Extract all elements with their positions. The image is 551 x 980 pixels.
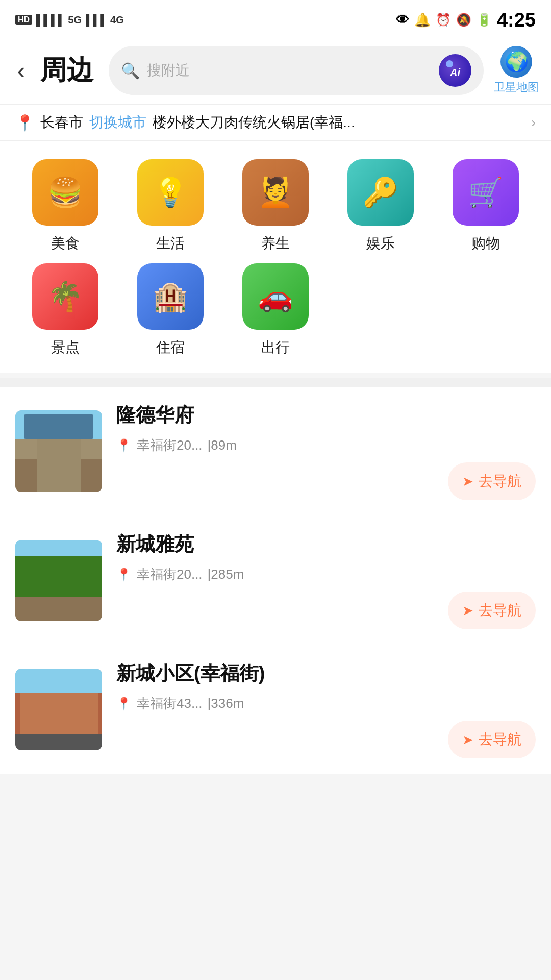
- scenic-label: 景点: [51, 338, 80, 357]
- current-location: 楼外楼大刀肉传统火锅居(幸福...: [153, 113, 525, 132]
- category-health[interactable]: 💆 养生: [226, 159, 325, 253]
- navigate-label-1: 去导航: [479, 601, 521, 620]
- place-pin-icon-2: 📍: [116, 697, 132, 711]
- place-meta-2: 📍 幸福街43... |336m: [116, 695, 536, 713]
- page-title: 周边: [40, 53, 93, 88]
- hotel-label: 住宿: [156, 338, 185, 357]
- food-label: 美食: [51, 234, 80, 253]
- place-thumbnail-0: [15, 410, 102, 492]
- back-button[interactable]: ‹: [12, 57, 30, 84]
- signal-icon: ▌▌▌▌ 5G: [36, 14, 82, 26]
- navigate-arrow-icon-1: ➤: [462, 603, 473, 619]
- clock-time: 4:25: [497, 9, 536, 31]
- place-name-2: 新城小区(幸福街): [116, 660, 536, 687]
- status-bar: HD ▌▌▌▌ 5G ▌▌▌ 4G 👁 🔔 ⏰ 🔕 🔋 4:25: [0, 0, 551, 37]
- header: ‹ 周边 🔍 搜附近 Ai 🌍 卫星地图: [0, 37, 551, 105]
- health-label: 养生: [261, 234, 290, 253]
- place-address-2: 幸福街43...: [137, 695, 203, 713]
- place-distance-0: |89m: [208, 437, 237, 453]
- scenic-icon: 🌴: [32, 263, 98, 330]
- health-icon: 💆: [242, 159, 309, 226]
- satellite-label: 卫星地图: [494, 80, 539, 95]
- navigate-button-1[interactable]: ➤ 去导航: [448, 592, 536, 629]
- place-info-2: 新城小区(幸福街) 📍 幸福街43... |336m ➤ 去导航: [116, 660, 536, 758]
- navigate-button-0[interactable]: ➤ 去导航: [448, 462, 536, 500]
- navigate-arrow-icon-0: ➤: [462, 474, 473, 489]
- satellite-button[interactable]: 🌍 卫星地图: [494, 46, 539, 95]
- section-divider: [0, 378, 551, 387]
- category-hotel[interactable]: 🏨 住宿: [120, 263, 220, 357]
- place-info-1: 新城雅苑 📍 幸福街20... |285m ➤ 去导航: [116, 531, 536, 629]
- mute-icon: 🔕: [456, 13, 471, 27]
- navigate-button-2[interactable]: ➤ 去导航: [448, 721, 536, 758]
- shop-label: 购物: [471, 234, 500, 253]
- place-distance-1: |285m: [208, 567, 244, 582]
- category-grid: 🍔 美食 💡 生活 💆 养生 🔑 娱乐 🛒 购物 🌴 景点 🏨 住宿: [15, 159, 536, 357]
- hotel-icon: 🏨: [137, 263, 204, 330]
- place-thumbnail-1: [15, 540, 102, 621]
- place-address-0: 幸福街20...: [137, 436, 203, 454]
- place-item: 隆德华府 📍 幸福街20... |89m ➤ 去导航: [0, 387, 551, 516]
- status-right: 👁 🔔 ⏰ 🔕 🔋 4:25: [396, 9, 536, 31]
- categories-section: 🍔 美食 💡 生活 💆 养生 🔑 娱乐 🛒 购物 🌴 景点 🏨 住宿: [0, 141, 551, 373]
- nfc-icon: 🔔: [414, 12, 431, 28]
- navigate-label-2: 去导航: [479, 730, 521, 749]
- life-label: 生活: [156, 234, 185, 253]
- globe-icon: 🌍: [500, 46, 532, 78]
- place-pin-icon-0: 📍: [116, 438, 132, 453]
- signal-4g-icon: ▌▌▌ 4G: [86, 14, 124, 26]
- switch-city-button[interactable]: 切换城市: [89, 113, 146, 132]
- navigate-label-0: 去导航: [479, 472, 521, 491]
- transit-icon: 🚗: [242, 263, 309, 330]
- city-name: 长春市: [40, 113, 83, 132]
- location-bar: 📍 长春市 切换城市 楼外楼大刀肉传统火锅居(幸福... ›: [0, 105, 551, 141]
- eye-icon: 👁: [396, 12, 409, 28]
- place-distance-2: |336m: [208, 696, 244, 712]
- category-transit[interactable]: 🚗 出行: [226, 263, 325, 357]
- entertain-label: 娱乐: [366, 234, 395, 253]
- food-icon: 🍔: [32, 159, 98, 226]
- shop-icon: 🛒: [453, 159, 519, 226]
- place-item: 新城小区(幸福街) 📍 幸福街43... |336m ➤ 去导航: [0, 645, 551, 774]
- entertain-icon: 🔑: [347, 159, 414, 226]
- category-shop[interactable]: 🛒 购物: [436, 159, 536, 253]
- category-life[interactable]: 💡 生活: [120, 159, 220, 253]
- place-info-0: 隆德华府 📍 幸福街20... |89m ➤ 去导航: [116, 402, 536, 500]
- place-meta-1: 📍 幸福街20... |285m: [116, 566, 536, 583]
- transit-label: 出行: [261, 338, 290, 357]
- category-food[interactable]: 🍔 美食: [15, 159, 115, 253]
- search-bar[interactable]: 🔍 搜附近 Ai: [109, 46, 484, 95]
- place-meta-0: 📍 幸福街20... |89m: [116, 436, 536, 454]
- navigate-arrow-icon-2: ➤: [462, 732, 473, 748]
- search-icon: 🔍: [121, 62, 140, 80]
- location-pin-icon: 📍: [15, 114, 34, 132]
- life-icon: 💡: [137, 159, 204, 226]
- battery-icon: 🔋: [477, 13, 492, 27]
- place-item: 新城雅苑 📍 幸福街20... |285m ➤ 去导航: [0, 516, 551, 645]
- status-left: HD ▌▌▌▌ 5G ▌▌▌ 4G: [15, 14, 124, 26]
- hd-badge: HD: [15, 15, 32, 25]
- place-pin-icon-1: 📍: [116, 568, 132, 582]
- ai-avatar[interactable]: Ai: [439, 54, 471, 87]
- category-entertain[interactable]: 🔑 娱乐: [331, 159, 431, 253]
- place-name-0: 隆德华府: [116, 402, 536, 428]
- places-list: 隆德华府 📍 幸福街20... |89m ➤ 去导航 新城雅苑 📍 幸福街20.…: [0, 387, 551, 774]
- place-name-1: 新城雅苑: [116, 531, 536, 557]
- place-thumbnail-2: [15, 669, 102, 750]
- place-address-1: 幸福街20...: [137, 566, 203, 583]
- chevron-right-icon: ›: [531, 114, 536, 131]
- ai-label: Ai: [450, 67, 460, 79]
- search-placeholder: 搜附近: [147, 61, 432, 80]
- alarm-icon: ⏰: [436, 13, 451, 27]
- category-scenic[interactable]: 🌴 景点: [15, 263, 115, 357]
